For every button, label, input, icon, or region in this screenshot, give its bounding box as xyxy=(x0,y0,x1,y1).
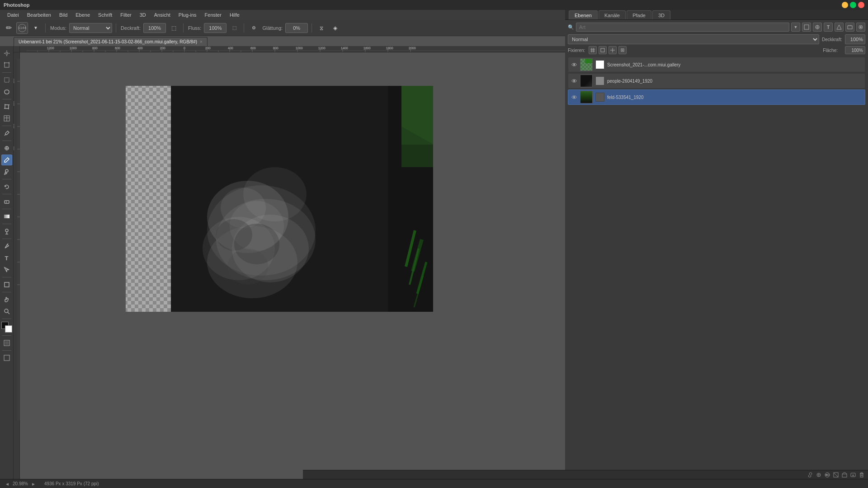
window-controls xyxy=(842,2,864,8)
document-tab[interactable]: Unbenannt-1 bei 21% (Screenshot_2021-06-… xyxy=(14,37,208,46)
blend-mode-row: Normal Multiplizieren Aufhellen Abdunkel… xyxy=(568,34,865,44)
menu-datei[interactable]: Datei xyxy=(4,11,23,19)
deckraft-input[interactable] xyxy=(143,23,166,33)
smooth-btn[interactable]: ⚙ xyxy=(248,22,259,34)
menu-plugins[interactable]: Plug-ins xyxy=(175,11,200,19)
titlebar: Photoshop xyxy=(0,0,868,10)
svg-text:1800: 1800 xyxy=(386,47,393,50)
close-button[interactable] xyxy=(858,2,864,8)
layer-eye-2[interactable] xyxy=(571,94,577,100)
tab-ebenen[interactable]: Ebenen xyxy=(569,10,598,19)
delete-layer-btn[interactable] xyxy=(858,471,865,479)
search-icon: 🔍 xyxy=(568,24,574,30)
mode-select[interactable]: Normal Aufhellen Abdunkeln Multipliziere… xyxy=(69,23,112,33)
svg-rect-120 xyxy=(388,86,433,312)
screen-mode-btn[interactable] xyxy=(1,352,12,363)
svg-text:800: 800 xyxy=(92,47,98,50)
flaeche-input[interactable] xyxy=(845,46,865,54)
blend-mode-select[interactable]: Normal Multiplizieren Aufhellen Abdunkel… xyxy=(568,34,819,44)
zoom-in-btn[interactable]: ▸ xyxy=(30,480,37,488)
brush-tool[interactable] xyxy=(1,155,12,165)
svg-point-150 xyxy=(826,474,827,476)
tab-pfade[interactable]: Pfade xyxy=(627,10,651,19)
layer-adj-btn[interactable] xyxy=(813,23,822,32)
opacity-input[interactable] xyxy=(845,34,865,44)
fluss-input[interactable] xyxy=(204,23,226,33)
maximize-button[interactable] xyxy=(850,2,856,8)
layer-item-0[interactable]: Screenshot_2021-...com.miui.gallery xyxy=(568,57,865,72)
dodge-tool[interactable] xyxy=(1,226,12,237)
layer-type-btn[interactable]: ▼ xyxy=(791,23,800,32)
gradient-tool[interactable] xyxy=(1,211,12,222)
tab-3d[interactable]: 3D xyxy=(652,10,670,19)
history-brush-tool[interactable] xyxy=(1,181,12,192)
fluss-options-btn[interactable]: ⬚ xyxy=(228,22,240,34)
layer-item-2[interactable]: feld-533541_1920 xyxy=(568,89,865,105)
layer-name-0: Screenshot_2021-...com.miui.gallery xyxy=(607,62,862,67)
layer-pixel-btn[interactable] xyxy=(802,23,811,32)
fix-all-btn[interactable] xyxy=(618,46,627,54)
menu-hilfe[interactable]: Hilfe xyxy=(226,11,243,19)
menu-ansicht[interactable]: Ansicht xyxy=(151,11,174,19)
tool-sep-8 xyxy=(2,224,11,224)
fix-position-btn[interactable] xyxy=(589,46,597,54)
add-adjustment-btn[interactable] xyxy=(832,471,840,479)
layer-item-1[interactable]: people-2604149_1920 xyxy=(568,73,865,89)
pressure-btn[interactable]: ◈ xyxy=(329,22,341,34)
artboard-tool[interactable] xyxy=(1,60,12,70)
glattung-input[interactable] xyxy=(285,23,308,33)
menu-schrift[interactable]: Schrift xyxy=(94,11,116,19)
menu-ebene[interactable]: Ebene xyxy=(72,11,94,19)
menu-bearbeiten[interactable]: Bearbeiten xyxy=(24,11,55,19)
link-layers-btn[interactable] xyxy=(807,471,814,479)
hand-tool[interactable] xyxy=(1,294,12,305)
zoom-out-btn[interactable]: ◂ xyxy=(4,480,11,488)
layer-smart-btn[interactable] xyxy=(845,23,854,32)
marquee-tool[interactable] xyxy=(1,75,12,85)
layer-search-input[interactable] xyxy=(576,23,789,32)
layer-eye-0[interactable] xyxy=(571,61,577,68)
layer-filter-toggle[interactable] xyxy=(856,23,865,32)
tab-close-btn[interactable]: × xyxy=(200,39,203,44)
svg-rect-126 xyxy=(848,26,852,29)
create-group-btn[interactable] xyxy=(841,471,848,479)
menu-bild[interactable]: Bild xyxy=(56,11,71,19)
slice-tool[interactable] xyxy=(1,113,12,124)
menu-3d[interactable]: 3D xyxy=(136,11,150,19)
layer-eye-1[interactable] xyxy=(571,78,577,84)
add-mask-btn[interactable] xyxy=(824,471,831,479)
shape-tool[interactable] xyxy=(1,279,12,290)
eraser-tool[interactable] xyxy=(1,196,12,207)
clone-stamp-tool[interactable] xyxy=(1,166,12,177)
move-tool[interactable] xyxy=(1,48,12,59)
zoom-control: ◂ 20.98% ▸ xyxy=(4,480,37,488)
healing-brush-tool[interactable] xyxy=(1,143,12,154)
path-selection-tool[interactable] xyxy=(1,264,12,275)
symmetry-btn[interactable]: ⧖ xyxy=(316,22,327,34)
svg-text:1200: 1200 xyxy=(47,47,54,50)
fix-pos-btn2[interactable] xyxy=(609,46,617,54)
svg-point-19 xyxy=(5,229,8,232)
layer-text-btn[interactable]: T xyxy=(824,23,833,32)
minimize-button[interactable] xyxy=(842,2,848,8)
svg-text:600: 600 xyxy=(115,47,120,50)
menu-filter[interactable]: Filter xyxy=(117,11,135,19)
lasso-tool[interactable] xyxy=(1,86,12,97)
layer-shape-btn[interactable] xyxy=(835,23,844,32)
menu-fenster[interactable]: Fenster xyxy=(201,11,225,19)
add-style-btn[interactable] xyxy=(815,471,822,479)
add-layer-btn[interactable] xyxy=(849,471,857,479)
text-tool[interactable]: T xyxy=(1,253,12,263)
pen-tool[interactable] xyxy=(1,241,12,252)
fix-pixel-btn[interactable] xyxy=(599,46,607,54)
zoom-tool[interactable] xyxy=(1,306,12,317)
airbrush-btn[interactable]: ⬚ xyxy=(168,22,179,34)
brush-options-btn[interactable]: ▼ xyxy=(30,22,42,34)
brush-icon[interactable]: ✏ xyxy=(3,22,14,34)
tab-kanaele[interactable]: Kanäle xyxy=(599,10,626,19)
eyedropper-tool[interactable] xyxy=(1,128,12,139)
crop-tool[interactable] xyxy=(1,101,12,112)
color-swatches[interactable] xyxy=(1,322,12,333)
quick-mask-btn[interactable] xyxy=(1,338,12,348)
panel-bottom-toolbar xyxy=(303,470,868,479)
